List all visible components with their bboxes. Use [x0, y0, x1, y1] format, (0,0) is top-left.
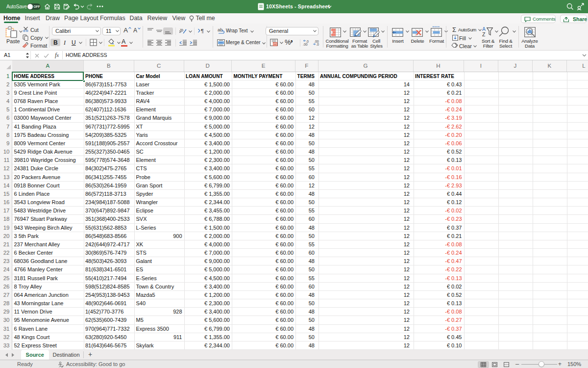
svg-text:ab: ab — [218, 27, 223, 32]
svg-text:.00: .00 — [303, 43, 308, 46]
svg-text:¶: ¶ — [201, 28, 204, 34]
svg-text:.0: .0 — [316, 43, 319, 46]
